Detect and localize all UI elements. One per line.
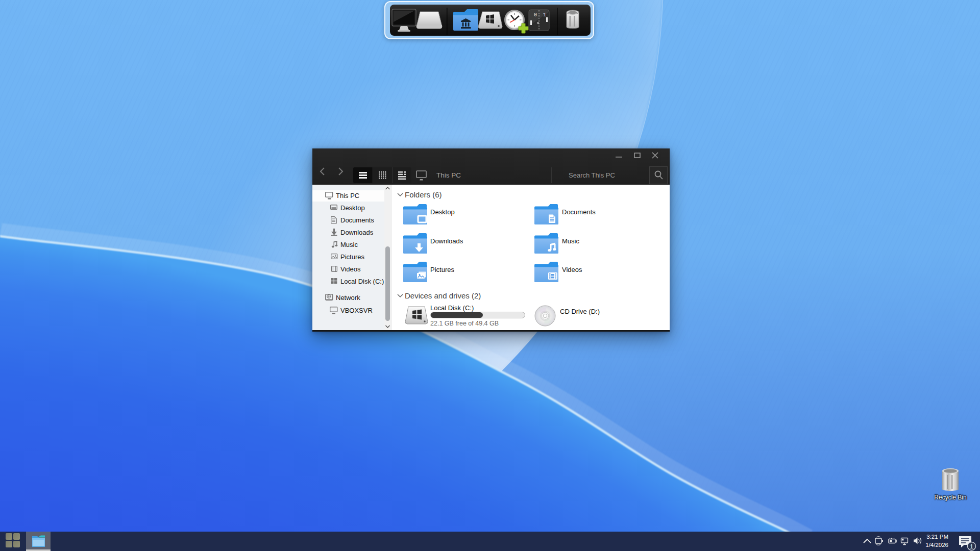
- svg-text:1: 1: [970, 543, 973, 549]
- svg-text:1: 1: [543, 12, 546, 18]
- svg-text:0: 0: [534, 12, 537, 18]
